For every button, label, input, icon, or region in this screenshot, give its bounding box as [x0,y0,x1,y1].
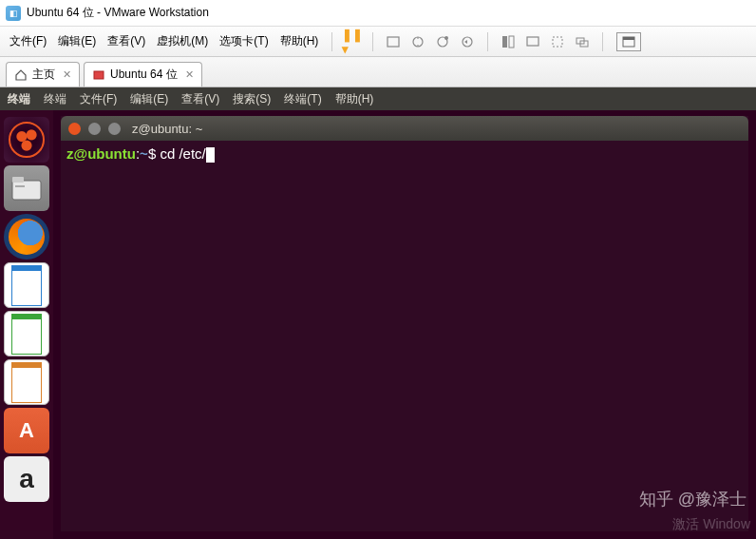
console-icon[interactable] [522,31,543,52]
ubuntu-app-name: 终端 [8,91,30,107]
tab-home[interactable]: 主页 ✕ [6,62,80,87]
libreoffice-impress-icon[interactable] [4,359,49,405]
fullscreen-button[interactable] [616,32,641,51]
ubuntu-menu-file[interactable]: 文件(F) [80,91,117,107]
svg-rect-14 [12,181,41,200]
svg-rect-5 [502,36,507,48]
menu-help[interactable]: 帮助(H) [274,29,325,53]
pause-button[interactable]: ❚❚ ▾ [342,31,363,52]
vmware-icon: ◧ [6,6,21,21]
window-title: Ubuntu 64 位 - VMware Workstation [27,5,209,21]
menu-edit[interactable]: 编辑(E) [52,29,102,53]
ubuntu-software-icon[interactable] [4,408,49,453]
unity-launcher [0,110,53,539]
terminal-titlebar[interactable]: z@ubuntu: ~ [61,116,748,141]
menu-tabs[interactable]: 选项卡(T) [214,29,274,53]
svg-point-3 [444,36,448,40]
prompt-symbol: $ [148,145,161,162]
close-window-button[interactable] [68,123,81,135]
cycle-icon[interactable] [572,31,593,52]
watermark-sub: 激活 Window [672,516,750,533]
dash-icon[interactable] [4,117,49,163]
maximize-window-button[interactable] [108,123,121,135]
close-icon[interactable]: ✕ [185,68,194,81]
amazon-icon[interactable] [4,456,49,502]
terminal-cursor [206,147,215,163]
close-icon[interactable]: ✕ [63,68,71,81]
separator [372,32,373,51]
tab-guest[interactable]: Ubuntu 64 位 ✕ [84,62,202,87]
separator [602,32,603,51]
snapshot-manage-icon[interactable] [432,31,453,52]
svg-rect-12 [623,37,634,40]
ubuntu-menu-view[interactable]: 查看(V) [181,91,219,107]
ubuntu-menu-search[interactable]: 搜索(S) [233,91,271,107]
terminal-body[interactable]: z@ubuntu:~$ cd /etc/ [61,141,748,168]
guest-display: 终端 终端 文件(F) 编辑(E) 查看(V) 搜索(S) 终端(T) 帮助(H… [0,87,756,539]
stretch-icon[interactable] [547,31,568,52]
home-icon [14,68,28,82]
unity-icon[interactable] [498,31,519,52]
vmware-titlebar: ◧ Ubuntu 64 位 - VMware Workstation [0,0,756,27]
ubuntu-menu-help[interactable]: 帮助(H) [335,91,374,107]
svg-rect-16 [15,185,25,187]
firefox-icon[interactable] [4,214,49,260]
prompt-path: ~ [140,145,148,162]
separator [487,32,488,51]
libreoffice-writer-icon[interactable] [4,262,49,308]
menu-view[interactable]: 查看(V) [102,29,151,53]
ubuntu-menu-terminal[interactable]: 终端 [44,91,66,107]
tab-home-label: 主页 [32,67,55,83]
watermark-text: 知乎 @豫泽士 [639,488,747,510]
prompt-user: z@ubuntu [66,145,136,162]
svg-rect-0 [387,37,399,47]
menu-file[interactable]: 文件(F) [4,29,52,53]
terminal-window: z@ubuntu: ~ z@ubuntu:~$ cd /etc/ [61,116,748,531]
ubuntu-top-menubar: 终端 终端 文件(F) 编辑(E) 查看(V) 搜索(S) 终端(T) 帮助(H… [0,87,756,110]
snapshot-revert-icon[interactable] [457,31,478,52]
separator [331,32,332,51]
snapshot-icon[interactable] [407,31,428,52]
minimize-window-button[interactable] [88,123,101,135]
vm-icon [92,68,105,82]
svg-rect-8 [553,37,562,47]
menu-vm[interactable]: 虚拟机(M) [151,29,214,53]
terminal-title-text: z@ubuntu: ~ [132,122,202,136]
window-buttons [68,123,121,135]
ubuntu-menu-edit[interactable]: 编辑(E) [130,91,168,107]
svg-rect-15 [12,177,24,183]
tab-guest-label: Ubuntu 64 位 [110,67,178,83]
vmware-tabbar: 主页 ✕ Ubuntu 64 位 ✕ [0,57,756,87]
terminal-command: cd /etc/ [160,145,205,162]
send-ctrl-alt-del-icon[interactable] [383,31,404,52]
vmware-menubar: 文件(F) 编辑(E) 查看(V) 虚拟机(M) 选项卡(T) 帮助(H) ❚❚… [0,27,756,57]
libreoffice-calc-icon[interactable] [4,311,49,356]
files-icon[interactable] [4,165,49,211]
ubuntu-menu-terminal2[interactable]: 终端(T) [284,91,321,107]
svg-rect-13 [94,71,104,79]
svg-rect-7 [527,37,539,46]
svg-rect-6 [509,36,514,48]
